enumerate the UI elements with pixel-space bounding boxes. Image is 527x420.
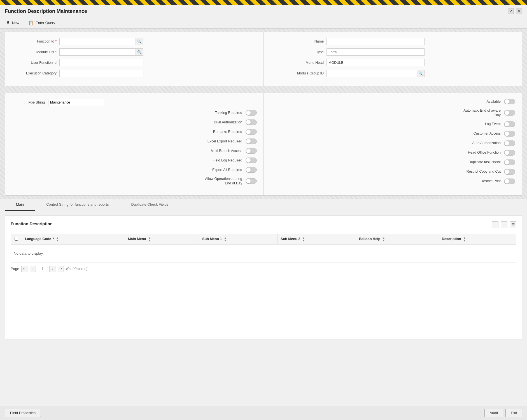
module-list-label: Module List xyxy=(12,50,59,54)
name-row: Name xyxy=(271,38,515,45)
select-all-checkbox[interactable] xyxy=(15,237,18,241)
available-toggle[interactable] xyxy=(504,99,515,104)
function-description-table: Language Code * ▲▼ Main Menu ▲▼ Sub Menu… xyxy=(11,234,516,262)
customer-access-label: Customer Access xyxy=(271,131,504,136)
col-sub-menu-2: Sub Menu 2 ▲▼ xyxy=(278,234,356,244)
tabs-bar: Main Control String for functions and re… xyxy=(5,199,522,211)
menu-head-label: Menu Head xyxy=(271,61,327,65)
tanking-required-toggle[interactable] xyxy=(246,110,257,116)
module-group-id-search-button[interactable]: 🔍 xyxy=(417,70,425,77)
col-sub-menu-1: Sub Menu 1 ▲▼ xyxy=(199,234,278,244)
auto-authorization-label: Auto Authorization xyxy=(271,141,504,145)
exit-button[interactable]: Exit xyxy=(505,409,522,417)
enter-query-button[interactable]: 📋 Enter Query xyxy=(27,20,56,26)
bottom-right-buttons: Audit Exit xyxy=(484,409,522,417)
items-summary: (0 of 0 items) xyxy=(66,267,87,271)
execution-category-row: Execution Category xyxy=(12,70,257,77)
sub-menu-1-sort-icon[interactable]: ▲▼ xyxy=(224,236,227,242)
export-all-required-label: Export All Required xyxy=(12,168,246,172)
duplicate-task-check-row: Duplicate task check xyxy=(271,159,515,165)
page-number-input[interactable] xyxy=(38,266,47,272)
module-group-id-input[interactable] xyxy=(327,70,417,77)
menu-head-row: Menu Head xyxy=(271,59,515,66)
automatic-end-of-day-label: Automatic End of awareDay xyxy=(271,108,504,118)
hazard-bar xyxy=(0,0,527,5)
type-input[interactable] xyxy=(327,48,425,56)
function-id-search-button[interactable]: 🔍 xyxy=(136,38,143,45)
resize-button[interactable]: ⤢ xyxy=(508,8,514,14)
remove-row-button[interactable]: − xyxy=(501,221,507,228)
tab-duplicate-check[interactable]: Duplicate Check Fields xyxy=(120,199,179,211)
restrict-copy-and-cut-toggle[interactable] xyxy=(504,169,515,175)
query-icon: 📋 xyxy=(28,20,34,25)
customer-access-toggle[interactable] xyxy=(504,131,515,137)
last-page-button[interactable]: ⇥ xyxy=(58,266,64,272)
execution-category-input[interactable] xyxy=(59,70,143,77)
table-body: No data to display. xyxy=(11,244,516,262)
add-row-button[interactable]: + xyxy=(492,221,498,228)
next-page-button[interactable]: › xyxy=(49,266,55,272)
new-icon: 🗎 xyxy=(6,20,10,25)
new-button[interactable]: 🗎 New xyxy=(5,20,20,26)
export-all-required-toggle[interactable] xyxy=(246,167,257,173)
head-office-function-toggle[interactable] xyxy=(504,150,515,156)
bottom-bar: Field Properties Audit Exit xyxy=(0,406,527,420)
table-header-row: Language Code * ▲▼ Main Menu ▲▼ Sub Menu… xyxy=(11,234,516,244)
language-code-sort-icon[interactable]: ▲▼ xyxy=(56,236,59,242)
title-bar: Function Description Maintenance ⤢ ✕ xyxy=(0,5,527,17)
multi-branch-access-row: Multi Branch Access xyxy=(12,148,257,154)
col-language-code: Language Code * ▲▼ xyxy=(22,234,125,244)
enter-query-label: Enter Query xyxy=(36,21,55,25)
content-area: Function Description + − ☰ Language Code… xyxy=(5,215,522,340)
log-event-label: Log Event xyxy=(271,122,504,126)
function-id-input[interactable] xyxy=(59,38,136,45)
restrict-print-toggle[interactable] xyxy=(504,179,515,184)
field-log-required-toggle[interactable] xyxy=(246,158,257,163)
col-description: Description ▲▼ xyxy=(439,234,516,244)
log-event-toggle[interactable] xyxy=(504,121,515,127)
dual-authorization-toggle[interactable] xyxy=(246,119,257,125)
close-button[interactable]: ✕ xyxy=(516,8,522,14)
remarks-required-toggle[interactable] xyxy=(246,129,257,135)
main-menu-sort-icon[interactable]: ▲▼ xyxy=(148,236,151,242)
function-id-field-wrapper: 🔍 xyxy=(59,38,143,45)
multi-branch-access-label: Multi Branch Access xyxy=(12,149,246,153)
sub-menu-2-sort-icon[interactable]: ▲▼ xyxy=(302,236,305,242)
allow-operations-toggle[interactable] xyxy=(246,178,257,184)
customer-access-row: Customer Access xyxy=(271,131,515,137)
excel-export-required-toggle[interactable] xyxy=(246,139,257,144)
head-office-function-label: Head Office Function xyxy=(271,150,504,155)
field-properties-button[interactable]: Field Properties xyxy=(5,409,41,417)
col-main-menu: Main Menu ▲▼ xyxy=(125,234,199,244)
balloon-help-sort-icon[interactable]: ▲▼ xyxy=(383,236,385,242)
name-input[interactable] xyxy=(327,38,425,45)
list-view-button[interactable]: ☰ xyxy=(510,221,516,228)
user-function-id-row: User Function Id xyxy=(12,59,257,66)
duplicate-task-check-toggle[interactable] xyxy=(504,159,515,165)
description-sort-icon[interactable]: ▲▼ xyxy=(463,236,466,242)
auto-authorization-row: Auto Authorization xyxy=(271,140,515,146)
tab-main[interactable]: Main xyxy=(5,199,35,211)
tab-control-string[interactable]: Control String for functions and reports xyxy=(35,199,120,211)
first-page-button[interactable]: ⇤ xyxy=(21,266,27,272)
log-event-row: Log Event xyxy=(271,121,515,127)
left-form-card: Function Id 🔍 Module List 🔍 User Functio… xyxy=(5,32,264,86)
module-list-input[interactable] xyxy=(59,48,136,56)
module-list-search-button[interactable]: 🔍 xyxy=(136,48,143,56)
auto-authorization-toggle[interactable] xyxy=(504,140,515,146)
type-string-row: Type String xyxy=(12,99,257,106)
restrict-print-row: Restrict Print xyxy=(271,179,515,184)
page-label: Page xyxy=(11,267,19,271)
restrict-copy-and-cut-row: Restrict Copy and Cut xyxy=(271,169,515,175)
audit-button[interactable]: Audit xyxy=(484,409,503,417)
user-function-id-input[interactable] xyxy=(59,59,143,66)
module-list-row: Module List 🔍 xyxy=(12,48,257,56)
type-string-input[interactable] xyxy=(48,99,104,106)
available-row: Available xyxy=(271,99,515,104)
excel-export-required-label: Excel Export Required xyxy=(12,139,246,144)
menu-head-input[interactable] xyxy=(327,59,425,66)
remarks-required-label: Remarks Required xyxy=(12,130,246,134)
automatic-end-of-day-toggle[interactable] xyxy=(504,110,515,116)
prev-page-button[interactable]: ‹ xyxy=(30,266,36,272)
multi-branch-access-toggle[interactable] xyxy=(246,148,257,154)
